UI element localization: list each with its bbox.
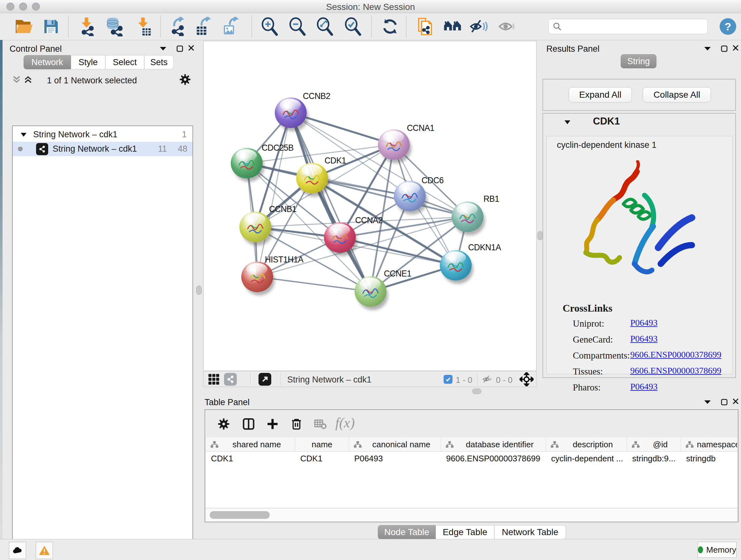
control-panel-gear-icon[interactable] <box>179 73 192 87</box>
table-cell[interactable]: 9606.ENSP00000378699 <box>441 452 546 465</box>
delete-table-icon[interactable] <box>312 416 329 432</box>
collapse-all-button[interactable]: Collapse All <box>643 87 711 103</box>
document-share-icon[interactable] <box>414 16 434 37</box>
import-network-icon[interactable] <box>76 16 97 37</box>
crosslink-value[interactable]: P06493 <box>630 334 658 344</box>
delete-column-trash-icon[interactable] <box>288 416 305 432</box>
search-input[interactable] <box>548 19 708 34</box>
crosslink-value[interactable]: P06493 <box>630 381 658 392</box>
column-header-canonical-name[interactable]: canonical name <box>349 437 441 451</box>
tab-network[interactable]: Network <box>23 55 71 69</box>
network-node-CCNE1[interactable] <box>354 276 387 307</box>
table-panel-close-icon[interactable]: ✕ <box>730 396 741 406</box>
fit-selected-crosshair-icon[interactable] <box>520 372 534 388</box>
zoom-out-icon[interactable] <box>287 16 308 37</box>
column-header-name[interactable]: name <box>295 437 349 451</box>
table-cell[interactable]: stringdb <box>681 452 737 465</box>
tab-node-table[interactable]: Node Table <box>378 525 435 539</box>
open-folder-icon[interactable] <box>14 16 34 37</box>
memory-button[interactable]: Memory <box>697 542 737 558</box>
column-header-shared-name[interactable]: shared name <box>206 437 295 451</box>
hidden-eye-crossed-icon[interactable] <box>482 374 493 385</box>
add-column-icon[interactable] <box>264 416 281 432</box>
control-panel-close-icon[interactable]: ✕ <box>186 43 197 53</box>
network-node-CDC25B[interactable] <box>231 148 263 179</box>
table-gear-icon[interactable] <box>215 416 232 432</box>
title-bar: Session: New Session <box>0 0 741 13</box>
left-splitter-handle[interactable] <box>196 286 202 295</box>
network-node-HIST1H1A[interactable] <box>241 261 273 292</box>
tab-edge-table[interactable]: Edge Table <box>435 525 494 539</box>
network-collection-count: 1 <box>182 130 187 139</box>
warning-icon[interactable] <box>36 542 53 559</box>
network-node-RB1[interactable] <box>452 201 483 232</box>
houses-icon[interactable] <box>442 16 463 37</box>
network-node-CCNB2[interactable] <box>275 98 307 128</box>
export-table-icon[interactable] <box>194 16 214 37</box>
results-panel-float-icon[interactable] <box>702 44 713 53</box>
crosslink-value[interactable]: 9606.ENSP00000378699 <box>630 366 721 376</box>
table-row[interactable]: CDK1CDK1P064939606.ENSP00000378699cyclin… <box>206 452 737 465</box>
network-node-CCNB1[interactable] <box>239 212 271 242</box>
table-panel-float-icon[interactable] <box>702 397 713 407</box>
column-header-database-identifier[interactable]: database identifier <box>441 437 546 451</box>
show-columns-icon[interactable] <box>240 416 257 432</box>
network-node-CDK1[interactable] <box>296 163 328 193</box>
eye-crossed-icon[interactable] <box>468 16 489 37</box>
entry-gene-name: CDK1 <box>593 116 620 127</box>
control-panel-float-icon[interactable] <box>158 44 169 53</box>
import-table-icon[interactable] <box>133 16 153 37</box>
import-database-icon[interactable] <box>104 16 124 37</box>
network-node-CCNA1[interactable] <box>378 129 410 160</box>
right-splitter-handle[interactable] <box>537 231 543 240</box>
column-header-description[interactable]: description <box>546 437 627 451</box>
crosslink-value[interactable]: P06493 <box>630 318 658 328</box>
table-cell[interactable]: stringdb:9... <box>627 452 681 465</box>
export-network-icon[interactable] <box>167 16 188 37</box>
zoom-fit-icon[interactable] <box>315 16 335 37</box>
tab-select[interactable]: Select <box>105 55 144 69</box>
table-cell[interactable]: P06493 <box>349 452 441 465</box>
export-image-icon[interactable] <box>221 16 241 37</box>
network-row-selected[interactable]: String Network – cdk1 11 48 <box>13 142 192 156</box>
disclosure-triangle-icon[interactable] <box>20 132 27 137</box>
save-icon[interactable] <box>41 16 61 37</box>
birdseye-view-icon[interactable] <box>259 373 271 386</box>
results-panel-close-icon[interactable]: ✕ <box>730 43 741 53</box>
results-panel-maximize-icon[interactable] <box>719 44 730 53</box>
table-cell[interactable]: CDK1 <box>295 452 349 465</box>
network-collection-row[interactable]: String Network – cdk1 1 <box>13 127 192 142</box>
crosslink-value[interactable]: 9606.ENSP00000378699 <box>630 350 721 360</box>
network-node-CCNA2[interactable] <box>324 222 356 253</box>
table-panel-maximize-icon[interactable] <box>719 397 730 407</box>
network-node-CDKN1A[interactable] <box>440 250 472 281</box>
selected-checkbox-icon[interactable] <box>444 375 453 384</box>
expand-all-button[interactable]: Expand All <box>569 87 632 103</box>
network-node-CDC6[interactable] <box>394 181 426 211</box>
help-icon[interactable]: ? <box>720 18 736 35</box>
results-panel-title: Results Panel <box>546 44 600 54</box>
refresh-icon[interactable] <box>380 16 400 37</box>
zoom-selected-icon[interactable] <box>343 16 363 37</box>
network-canvas[interactable]: CCNB2CCNA1CDC25BCDK1CDC6RB1CCNB1CCNA2CDK… <box>203 41 536 371</box>
column-header-namespace[interactable]: namespace <box>681 437 737 451</box>
table-cell[interactable]: CDK1 <box>206 452 295 465</box>
entry-disclosure-triangle-icon[interactable] <box>564 120 570 125</box>
table-cell[interactable]: cyclin-dependent ... <box>546 452 627 465</box>
eye-icon[interactable] <box>496 16 517 37</box>
toolbar-separator <box>68 16 69 37</box>
table-hscrollbar[interactable] <box>206 508 737 521</box>
function-builder-icon[interactable]: f(x) <box>337 415 353 431</box>
tab-network-table[interactable]: Network Table <box>494 525 566 539</box>
horizontal-splitter-handle[interactable] <box>472 388 481 394</box>
tab-sets[interactable]: Sets <box>144 55 174 69</box>
tab-string[interactable]: String <box>621 54 657 68</box>
column-header-@id[interactable]: @id <box>627 437 681 451</box>
tab-style[interactable]: Style <box>71 55 105 69</box>
control-panel-maximize-icon[interactable] <box>174 44 185 53</box>
scrollbar-thumb[interactable] <box>210 511 270 519</box>
zoom-in-icon[interactable] <box>259 16 280 37</box>
cloud-icon[interactable] <box>9 542 26 559</box>
grid-view-icon[interactable] <box>208 374 219 386</box>
network-share-view-icon[interactable] <box>224 373 237 386</box>
